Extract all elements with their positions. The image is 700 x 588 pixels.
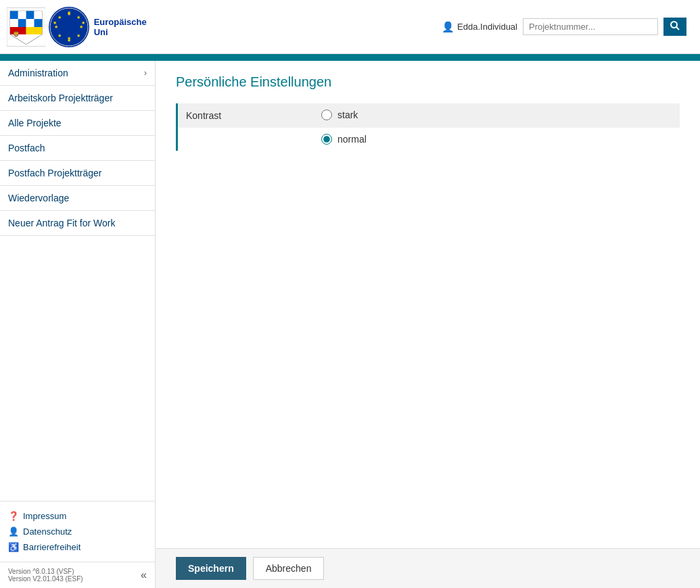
sidebar-item-wiedervorlage[interactable]: Wiedervorlage xyxy=(0,186,155,211)
sidebar-item-label: Arbeitskorb Projektträger xyxy=(8,93,113,103)
svg-rect-11 xyxy=(26,27,43,34)
svg-text:🦁: 🦁 xyxy=(13,30,20,36)
svg-rect-4 xyxy=(26,11,34,19)
svg-rect-5 xyxy=(34,11,43,19)
barrierefreiheit-label: Barrierefreiheit xyxy=(23,542,80,552)
kontrast-normal-value: normal xyxy=(313,128,680,151)
svg-text:★: ★ xyxy=(81,20,85,25)
sidebar-nav: Administration › Arbeitskorb Projektträg… xyxy=(0,61,155,281)
chevron-right-icon: › xyxy=(144,68,147,78)
svg-text:★: ★ xyxy=(67,10,71,15)
eu-logo: ★ ★ ★ ★ ★ ★ ★ ★ ★ ★ ★ ★ xyxy=(49,7,89,47)
radio-stark[interactable] xyxy=(321,109,332,120)
settings-section: Kontrast stark normal xyxy=(176,103,680,151)
svg-point-26 xyxy=(671,22,677,28)
impressum-icon: ❓ xyxy=(8,511,19,521)
content-inner: Persönliche Einstellungen Kontrast stark xyxy=(156,61,700,548)
sidebar-item-label: Alle Projekte xyxy=(8,118,62,128)
save-button[interactable]: Speichern xyxy=(176,557,246,580)
barrierefreiheit-link[interactable]: ♿ Barrierefreiheit xyxy=(8,539,147,555)
radio-normal[interactable] xyxy=(321,134,332,145)
main-layout: Administration › Arbeitskorb Projektträg… xyxy=(0,61,700,588)
search-icon xyxy=(670,21,680,30)
barrierefreiheit-icon: ♿ xyxy=(8,542,19,552)
svg-text:★: ★ xyxy=(79,24,83,29)
content-footer: Speichern Abbrechen xyxy=(156,548,700,588)
sidebar-item-label: Postfach Projektträger xyxy=(8,168,102,178)
radio-normal-label: normal xyxy=(337,134,367,145)
header-logos: 🦁 ★ ★ ★ ★ ★ ★ ★ ★ ★ ★ ★ ★ Europäische Un… xyxy=(7,7,162,47)
header-right: 👤 Edda.Individual xyxy=(162,18,693,36)
radio-option-normal[interactable]: normal xyxy=(321,132,672,147)
sidebar-item-arbeitskorb[interactable]: Arbeitskorb Projektträger xyxy=(0,86,155,111)
search-button[interactable] xyxy=(663,18,686,36)
sidebar-item-administration[interactable]: Administration › xyxy=(0,61,155,86)
svg-text:★: ★ xyxy=(53,20,57,25)
datenschutz-link[interactable]: 👤 Datenschutz xyxy=(8,524,147,539)
settings-row-normal: normal xyxy=(178,128,680,151)
svg-text:★: ★ xyxy=(67,38,71,43)
impressum-label: Impressum xyxy=(23,511,66,521)
username: Edda.Individual xyxy=(457,22,517,32)
sidebar-item-postfach[interactable]: Postfach xyxy=(0,136,155,161)
kontrast-label: Kontrast xyxy=(178,103,313,128)
datenschutz-label: Datenschutz xyxy=(23,526,72,537)
svg-text:★: ★ xyxy=(57,33,62,38)
svg-text:★: ★ xyxy=(76,15,80,20)
sidebar-version: Version ^8.0.13 (VSF) Version V2.01.043 … xyxy=(0,562,155,588)
page-title: Persönliche Einstellungen xyxy=(176,74,680,90)
sidebar-item-label: Postfach xyxy=(8,143,45,153)
version-line2: Version V2.01.043 (ESF) xyxy=(8,575,83,583)
teal-banner xyxy=(0,54,700,61)
svg-line-27 xyxy=(676,27,679,30)
bavaria-logo: 🦁 xyxy=(7,7,45,47)
radio-stark-label: stark xyxy=(337,109,358,120)
svg-rect-8 xyxy=(26,19,34,27)
kontrast-stark-value: stark xyxy=(313,103,680,128)
sidebar-collapse-button[interactable]: « xyxy=(141,569,147,581)
project-search-input[interactable] xyxy=(523,18,658,35)
eu-label: Europäische Uni xyxy=(94,17,162,37)
kontrast-label-empty xyxy=(178,128,313,151)
svg-rect-2 xyxy=(10,11,18,19)
sidebar-item-neuer-antrag[interactable]: Neuer Antrag Fit for Work xyxy=(0,211,155,236)
svg-text:★: ★ xyxy=(57,15,62,20)
sidebar-item-alle-projekte[interactable]: Alle Projekte xyxy=(0,111,155,136)
svg-rect-3 xyxy=(18,11,26,19)
version-line1: Version ^8.0.13 (VSF) xyxy=(8,568,83,575)
sidebar: Administration › Arbeitskorb Projektträg… xyxy=(0,61,156,588)
sidebar-footer: ❓ Impressum 👤 Datenschutz ♿ Barrierefrei… xyxy=(0,501,155,562)
header: 🦁 ★ ★ ★ ★ ★ ★ ★ ★ ★ ★ ★ ★ Europäische Un… xyxy=(0,0,700,54)
user-icon: 👤 xyxy=(442,21,454,33)
cancel-button[interactable]: Abbrechen xyxy=(253,557,325,580)
radio-option-stark[interactable]: stark xyxy=(321,107,672,122)
sidebar-item-label: Administration xyxy=(8,68,68,78)
svg-rect-9 xyxy=(34,19,43,27)
settings-row-stark: Kontrast stark xyxy=(178,103,680,128)
svg-text:★: ★ xyxy=(76,33,80,38)
sidebar-item-label: Neuer Antrag Fit for Work xyxy=(8,218,115,228)
datenschutz-icon: 👤 xyxy=(8,526,19,537)
sidebar-item-postfach-pt[interactable]: Postfach Projektträger xyxy=(0,161,155,186)
user-info: 👤 Edda.Individual xyxy=(442,21,517,33)
impressum-link[interactable]: ❓ Impressum xyxy=(8,508,147,524)
content: Persönliche Einstellungen Kontrast stark xyxy=(156,61,700,588)
svg-rect-7 xyxy=(18,19,26,27)
svg-rect-6 xyxy=(10,19,18,27)
sidebar-item-label: Wiedervorlage xyxy=(8,193,69,203)
svg-text:★: ★ xyxy=(54,24,58,29)
